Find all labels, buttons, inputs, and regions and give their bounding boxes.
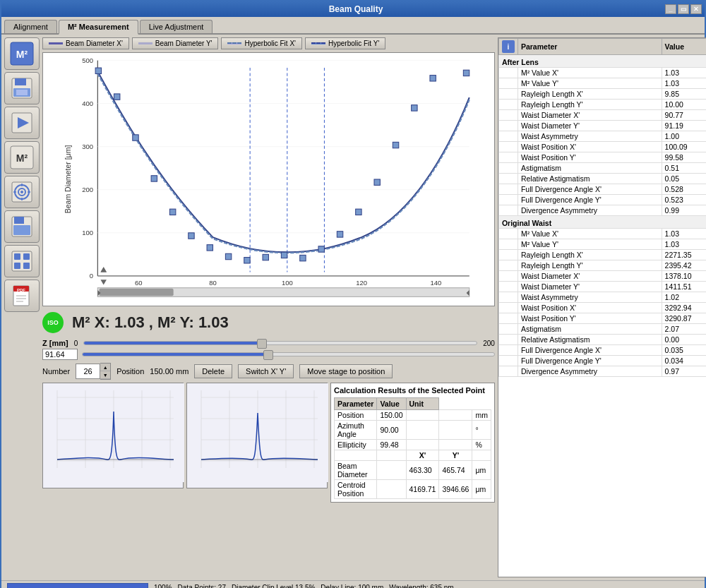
svg-rect-69 [337, 232, 342, 237]
diameter-clip-label: Diameter Clip Level 13.5% [232, 584, 315, 588]
window-title: Beam Quality [47, 4, 665, 14]
z-min-label: 0 [74, 340, 78, 347]
svg-rect-66 [281, 252, 287, 258]
status-bar: 100% Data Points: 27 Diameter Clip Level… [1, 580, 705, 588]
table-row: Divergence Asymmetry0.99 [498, 205, 706, 216]
svg-marker-78 [101, 267, 107, 272]
number-field[interactable] [76, 364, 100, 379]
svg-rect-23 [23, 253, 30, 260]
svg-text:100: 100 [282, 279, 293, 287]
table-row: Waist Diameter X'1378.10μm [498, 271, 706, 282]
delay-line-label: Delay Line: 100 mm [321, 584, 383, 588]
delete-button[interactable]: Delete [194, 364, 232, 378]
progress-bar [7, 583, 148, 589]
z-position-slider[interactable] [82, 352, 495, 356]
m2-result-row: ISO M² X: 1.03 , M² Y: 1.03 [42, 309, 495, 336]
svg-text:500: 500 [82, 56, 93, 64]
table-row: Rayleigh Length X'2271.35mm [498, 250, 706, 260]
svg-rect-65 [263, 254, 268, 260]
tab-alignment[interactable]: Alignment [4, 20, 57, 33]
svg-rect-59 [151, 176, 157, 181]
legend-beam-x-button[interactable]: Beam Diameter X' [42, 37, 129, 49]
target-sidebar-button[interactable] [4, 176, 40, 208]
svg-point-13 [20, 191, 23, 193]
z-slider-track[interactable] [83, 341, 477, 345]
legend-fit-x-button[interactable]: Hyperbolic Fit X' [221, 37, 302, 49]
svg-text:200: 200 [82, 186, 93, 193]
table-row: Astigmatism2.07mm [498, 324, 706, 335]
svg-rect-75 [463, 70, 469, 76]
number-label: Number [42, 367, 70, 376]
z-slider-row: Z [mm] 0 200 [42, 339, 495, 347]
legend-fit-y-button[interactable]: Hyperbolic Fit Y' [305, 37, 385, 49]
switch-button[interactable]: Switch X' Y' [238, 364, 294, 378]
svg-rect-73 [412, 105, 417, 111]
svg-rect-67 [300, 255, 306, 260]
table-row: Waist Diameter Y'1411.51μm [498, 282, 706, 292]
svg-rect-24 [14, 263, 20, 269]
title-bar: Beam Quality _ ▭ ✕ [1, 1, 705, 17]
calc-table-row: Ellipticity99.48% [335, 440, 491, 450]
svg-rect-70 [356, 209, 361, 215]
number-down-arrow[interactable]: ▼ [100, 371, 110, 379]
z-slider-thumb[interactable] [257, 339, 267, 349]
play-sidebar-button[interactable] [4, 107, 40, 139]
pdf-sidebar-button[interactable]: PDF [4, 280, 40, 312]
results-table-container: i Parameter Value » Unit After [498, 37, 706, 577]
calc-table-row: Position150.00mm [335, 410, 491, 421]
save-sidebar-button[interactable] [4, 72, 40, 104]
beam-chart: Beam Diameter [μm] 0 100 [42, 52, 495, 306]
table-row: Divergence Asymmetry0.97 [498, 366, 706, 377]
table-row: Full Divergence Angle Y'0.523° [498, 195, 706, 205]
svg-rect-64 [244, 258, 250, 263]
table-row: Waist Asymmetry1.02 [498, 292, 706, 303]
svg-rect-58 [133, 135, 138, 140]
tab-live-adjustment[interactable]: Live Adjustment [140, 20, 213, 33]
table-row: Waist Diameter X'90.77μm [498, 110, 706, 121]
right-panel: i Parameter Value » Unit After [498, 37, 706, 577]
svg-rect-74 [430, 76, 436, 81]
svg-rect-61 [189, 233, 194, 239]
table-row: Waist Position X'3292.94mm [498, 303, 706, 313]
position-label: Position [116, 367, 144, 376]
svg-text:120: 120 [356, 279, 367, 287]
tab-m2-measurement[interactable]: M² Measurement [59, 20, 138, 35]
table-row: Relative Astigmatism0.05 [498, 174, 706, 184]
save2-sidebar-button[interactable] [4, 210, 40, 243]
calc-col-value: Value [377, 398, 406, 410]
table-row: Astigmatism0.51mm [498, 163, 706, 174]
svg-text:M²: M² [16, 49, 28, 60]
table-row: Full Divergence Angle X'0.528° [498, 184, 706, 195]
z-value-input[interactable] [42, 349, 78, 360]
wavelength-label: Wavelength: 635 nm [389, 584, 453, 588]
svg-text:Beam Diameter [μm]: Beam Diameter [μm] [64, 145, 72, 214]
restore-button[interactable]: ▭ [678, 4, 689, 14]
svg-rect-60 [169, 209, 175, 215]
m2b-sidebar-button[interactable]: M² [4, 141, 40, 174]
results-table: i Parameter Value » Unit After [498, 38, 706, 377]
position-value: 150.00 mm [150, 367, 189, 376]
bottom-area: Calculation Results of the Selected Poin… [42, 383, 495, 503]
grid-sidebar-button[interactable] [4, 245, 40, 277]
legend-beam-y-button[interactable]: Beam Diameter Y' [132, 37, 219, 49]
calc-results-title: Calculation Results of the Selected Poin… [334, 386, 491, 395]
col-parameter-header: Parameter [517, 39, 662, 55]
number-up-arrow[interactable]: ▲ [100, 364, 110, 371]
svg-text:M²: M² [16, 152, 28, 164]
svg-text:300: 300 [82, 143, 93, 150]
minimize-button[interactable]: _ [665, 4, 676, 14]
col-value-header: Value [662, 39, 706, 55]
svg-text:0: 0 [90, 272, 93, 280]
iso-badge: ISO [42, 312, 64, 333]
svg-rect-71 [374, 179, 380, 185]
table-row: M² Value X'1.03 [498, 68, 706, 78]
move-stage-button[interactable]: Move stage to position [299, 364, 393, 378]
data-points-label: Data Points: 27 [178, 584, 226, 588]
progress-percent: 100% [154, 584, 172, 588]
close-button[interactable]: ✕ [690, 4, 702, 14]
svg-rect-19 [14, 217, 24, 224]
z-position-thumb[interactable] [263, 350, 273, 360]
svg-rect-57 [114, 94, 119, 100]
thumbnail-y [186, 383, 328, 488]
m2-sidebar-button[interactable]: M² [4, 37, 40, 70]
